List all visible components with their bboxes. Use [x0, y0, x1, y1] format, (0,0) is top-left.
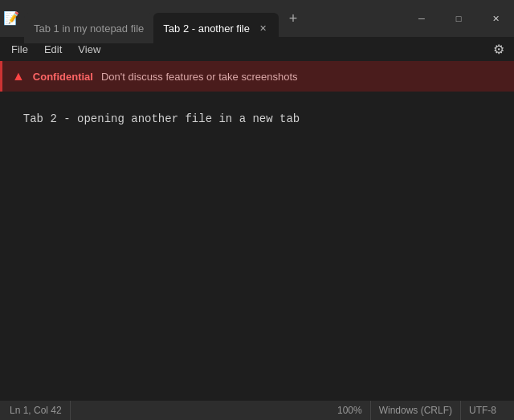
tab-2[interactable]: Tab 2 - another file ✕ [153, 13, 279, 43]
confidential-banner: ▲ Confidential Don't discuss features or… [0, 61, 514, 92]
maximize-button[interactable]: □ [440, 6, 477, 31]
tab-list: Tab 1 in my notepad file Tab 2 - another… [24, 0, 403, 37]
banner-label: Confidential [33, 71, 93, 83]
editor-content: Tab 2 - opening another file in a new ta… [23, 112, 300, 125]
settings-icon[interactable]: ⚙ [487, 39, 511, 60]
close-button[interactable]: ✕ [477, 6, 514, 31]
add-tab-button[interactable]: + [282, 7, 304, 30]
tab-2-close-icon[interactable]: ✕ [256, 22, 269, 35]
tab-2-label: Tab 2 - another file [163, 22, 250, 35]
window-controls: ─ □ ✕ [403, 0, 514, 37]
status-zoom[interactable]: 100% [329, 401, 371, 420]
editor-area[interactable]: Tab 2 - opening another file in a new ta… [0, 92, 514, 401]
tab-1-label: Tab 1 in my notepad file [34, 22, 144, 35]
status-encoding[interactable]: UTF-8 [461, 401, 504, 420]
status-line-ending[interactable]: Windows (CRLF) [371, 401, 461, 420]
status-position[interactable]: Ln 1, Col 42 [10, 401, 71, 420]
warning-icon: ▲ [12, 69, 25, 84]
banner-text: Don't discuss features or take screensho… [101, 71, 298, 83]
title-bar: 📝 Tab 1 in my notepad file Tab 2 - anoth… [0, 0, 514, 37]
status-bar: Ln 1, Col 42 100% Windows (CRLF) UTF-8 [0, 401, 514, 420]
minimize-button[interactable]: ─ [403, 6, 440, 31]
app-icon: 📝 [3, 10, 19, 27]
tab-1[interactable]: Tab 1 in my notepad file [24, 13, 153, 43]
